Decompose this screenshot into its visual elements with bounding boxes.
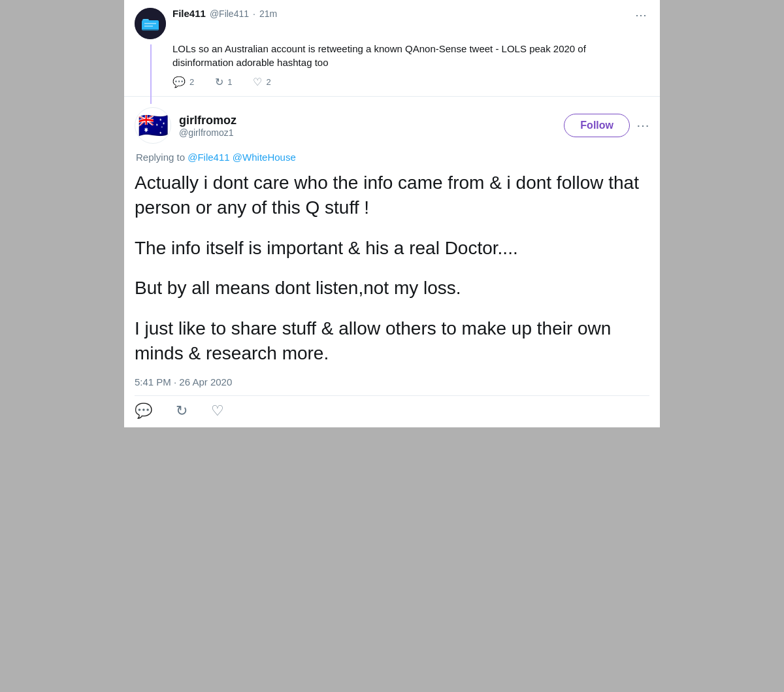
tweet-1-text: LOLs so an Australian account is retweet…	[172, 42, 649, 69]
tweet-1-retweet-button[interactable]: ↻ 1	[215, 76, 232, 88]
tweet-1-timestamp: 21m	[259, 8, 277, 19]
retweet-icon: ↻	[215, 76, 223, 88]
thread-line	[150, 44, 152, 104]
reply-icon-2: 💬	[135, 403, 152, 420]
tweet-1-dot: ·	[253, 8, 255, 19]
tweet-2-para-4: I just like to share stuff & allow other…	[135, 316, 649, 366]
tweet-1-actions: 💬 2 ↻ 1 ♡ 2	[172, 76, 649, 88]
folder-icon	[139, 12, 162, 35]
tweet-2-more-button[interactable]: ⋯	[636, 118, 649, 133]
tweet-1-reply-count: 2	[189, 77, 194, 87]
tweet-1-reply-button[interactable]: 💬 2	[172, 76, 194, 88]
tweet-2-user-info: girlfromoz @girlfromoz1	[179, 114, 564, 138]
tweet-1-retweet-count: 1	[227, 77, 232, 87]
heart-icon-2: ♡	[211, 403, 224, 420]
tweet-2-para-2: The info itself is important & his a rea…	[135, 236, 649, 261]
svg-rect-2	[142, 20, 159, 31]
replying-to-user-2[interactable]: @WhiteHouse	[233, 152, 296, 163]
tweet-2-para-3: But by all means dont listen,not my loss…	[135, 276, 649, 301]
avatar-file411	[135, 8, 166, 39]
avatar-girlfromoz: 🇦🇺	[135, 107, 171, 144]
replying-to-user-1[interactable]: @File411	[188, 152, 229, 163]
tweet-1-more-button[interactable]: ⋯	[632, 8, 649, 22]
tweet-2-reply-button[interactable]: 💬	[135, 403, 152, 420]
tweet-2-display-name: girlfromoz	[179, 114, 564, 127]
tweet-2-handle: @girlfromoz1	[179, 127, 564, 138]
retweet-icon-2: ↻	[176, 403, 188, 420]
svg-rect-5	[142, 29, 159, 33]
tweet-2-like-button[interactable]: ♡	[211, 403, 224, 420]
replying-to-label: Replying to @File411 @WhiteHouse	[136, 152, 649, 163]
tweet-1-display-name: File411	[172, 8, 206, 19]
tweet-2: 🇦🇺 girlfromoz @girlfromoz1 Follow ⋯ Repl…	[124, 97, 660, 427]
tweet-1-body: LOLs so an Australian account is retweet…	[172, 42, 649, 88]
heart-icon: ♡	[253, 76, 262, 88]
tweet-2-text: Actually i dont care who the info came f…	[135, 171, 649, 366]
tweet-1-header: File411 @File411 · 21m ⋯	[135, 8, 649, 39]
tweet-2-retweet-button[interactable]: ↻	[176, 403, 188, 420]
tweet-feed: File411 @File411 · 21m ⋯ LOLs so an Aust…	[124, 0, 660, 427]
replying-to-text: Replying to	[136, 152, 185, 163]
tweet-1-user-info: File411 @File411 · 21m	[172, 8, 632, 19]
tweet-1-like-button[interactable]: ♡ 2	[253, 76, 270, 88]
tweet-1-like-count: 2	[266, 77, 270, 87]
reply-icon: 💬	[172, 76, 186, 88]
tweet-1: File411 @File411 · 21m ⋯ LOLs so an Aust…	[124, 0, 660, 97]
follow-button[interactable]: Follow	[564, 114, 630, 137]
tweet-1-name-row: File411 @File411 · 21m	[172, 8, 632, 19]
tweet-2-header: 🇦🇺 girlfromoz @girlfromoz1 Follow ⋯	[135, 107, 649, 144]
tweet-2-para-1: Actually i dont care who the info came f…	[135, 171, 649, 220]
tweet-1-handle: @File411	[210, 8, 249, 19]
tweet-2-timestamp: 5:41 PM · 26 Apr 2020	[135, 376, 649, 387]
tweet-2-actions: 💬 ↻ ♡	[135, 395, 649, 420]
